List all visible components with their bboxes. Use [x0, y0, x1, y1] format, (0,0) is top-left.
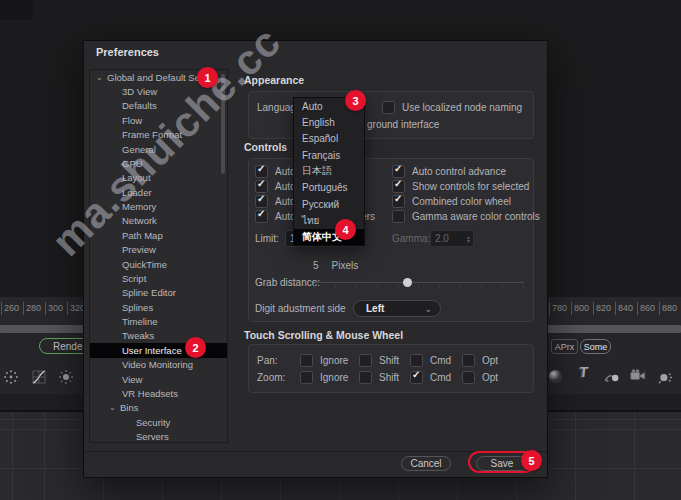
pan-ignore-checkbox[interactable] [300, 354, 313, 367]
option-label: Ignore [320, 372, 348, 383]
tracker-icon[interactable] [602, 368, 620, 386]
zoom-shift-checkbox[interactable] [359, 371, 372, 384]
option-label: Shift [379, 355, 399, 366]
combined-color-wheel-option: ✓Combined color wheel [392, 194, 540, 209]
localized-naming-checkbox[interactable] [382, 101, 395, 114]
top-left-panel-corner [0, 0, 33, 20]
sidebar-item-view[interactable]: View [90, 372, 227, 386]
option-label: Ignore [320, 355, 348, 366]
sidebar-item-label: Servers [136, 431, 169, 442]
sidebar-item-label: Security [136, 417, 170, 428]
sidebar-item-label: Preview [122, 244, 156, 255]
brightness-icon[interactable] [57, 368, 75, 386]
touch-scrolling-header: Touch Scrolling & Mouse Wheel [244, 329, 403, 341]
gamma-stepper[interactable]: 2.0 ▴▾ [430, 230, 474, 247]
sidebar-item-security[interactable]: Security [90, 415, 227, 429]
sidebar-item-bins[interactable]: ⌄Bins [90, 401, 227, 415]
auto-control-checkbox[interactable]: ✓ [255, 210, 268, 223]
grab-distance-unit: Pixels [332, 260, 359, 271]
sidebar-item-label: Flow [122, 115, 142, 126]
auto-control-checkbox[interactable]: ✓ [255, 165, 268, 178]
show-controls-selected-checkbox[interactable]: ✓ [392, 180, 405, 193]
zoom-opt-option: Opt [462, 371, 498, 384]
gamma-aware-checkbox[interactable] [392, 210, 405, 223]
auto-control-advance-checkbox[interactable]: ✓ [392, 165, 405, 178]
grain-icon[interactable] [2, 368, 20, 386]
slider-ticks [314, 285, 524, 289]
sidebar-item-tweaks[interactable]: Tweaks [90, 329, 227, 343]
language-option-portugues[interactable]: Português [294, 180, 364, 196]
sidebar-item-network[interactable]: Network [90, 214, 227, 228]
sidebar-item-quicktime[interactable]: QuickTime [90, 257, 227, 271]
zoom-cmd-option: ✓Cmd [410, 371, 451, 384]
chevron-down-icon[interactable]: ⌄ [109, 403, 120, 412]
sidebar-item-script[interactable]: Script [90, 271, 227, 285]
pan-ignore-option: Ignore [300, 354, 348, 367]
sidebar-item-loader[interactable]: Loader [90, 185, 227, 199]
pan-opt-checkbox[interactable] [462, 354, 475, 367]
combined-color-wheel-checkbox[interactable]: ✓ [392, 195, 405, 208]
language-option-japanese[interactable]: 日本語 [294, 163, 364, 179]
sidebar-item-video-monitoring[interactable]: Video Monitoring [90, 358, 227, 372]
language-option-russian[interactable]: Русский [294, 196, 364, 212]
sidebar-item-frame-format[interactable]: Frame Format [90, 128, 227, 142]
sidebar-item-defaults[interactable]: Defaults [90, 99, 227, 113]
sidebar-item-user-interface[interactable]: User Interface [90, 343, 227, 357]
sidebar-item-label: QuickTime [122, 259, 167, 270]
language-option-francais[interactable]: Français [294, 147, 364, 163]
cancel-button[interactable]: Cancel [401, 456, 451, 471]
preferences-sidebar: ⌄Global and Default Sett 3D View Default… [89, 69, 228, 443]
aprx-button[interactable]: APrx [551, 339, 578, 354]
annotation-badge-3: 3 [345, 90, 366, 111]
auto-control-checkbox[interactable]: ✓ [255, 195, 268, 208]
sidebar-item-label: User Interface [122, 345, 182, 356]
sidebar-item-timeline[interactable]: Timeline [90, 314, 227, 328]
language-option-english[interactable]: English [294, 114, 364, 130]
option-label: Combined color wheel [412, 196, 511, 207]
chevron-down-icon: ⌄ [424, 304, 440, 314]
option-label: Gamma aware color controls [412, 211, 540, 222]
grab-distance-slider-track[interactable] [314, 282, 524, 283]
sidebar-scrollbar[interactable] [221, 74, 225, 174]
sidebar-item-path-map[interactable]: Path Map [90, 228, 227, 242]
some-button[interactable]: Some [580, 339, 611, 354]
pan-shift-checkbox[interactable] [359, 354, 372, 367]
sidebar-item-vr-headsets[interactable]: VR Headsets [90, 386, 227, 400]
camera-3d-icon[interactable] [629, 366, 647, 384]
grab-distance-slider-thumb[interactable] [403, 278, 412, 287]
sidebar-item-gpu[interactable]: GPU [90, 156, 227, 170]
digit-adjustment-select[interactable]: Left ⌄ [353, 300, 441, 317]
zoom-ignore-checkbox[interactable] [300, 371, 313, 384]
sidebar-item-splines[interactable]: Splines [90, 300, 227, 314]
sphere-icon[interactable] [546, 367, 564, 385]
pan-label: Pan: [257, 355, 278, 366]
sidebar-item-flow[interactable]: Flow [90, 113, 227, 127]
stepper-arrows-icon[interactable]: ▴▾ [467, 235, 473, 243]
sidebar-item-servers[interactable]: Servers [90, 429, 227, 443]
sidebar-item-general[interactable]: General [90, 142, 227, 156]
grab-distance-value: 5 Pixels [313, 260, 358, 271]
ruler-tick: 300 [45, 302, 67, 315]
language-option-espanol[interactable]: Español [294, 131, 364, 147]
zoom-cmd-checkbox[interactable]: ✓ [410, 371, 423, 384]
dialog-title: Preferences [96, 46, 159, 58]
option-label: Show controls for selected [412, 181, 529, 192]
sidebar-item-spline-editor[interactable]: Spline Editor [90, 286, 227, 300]
digit-adjustment-label: Digit adustment side [255, 303, 346, 314]
ruler-tick: 280 [23, 302, 45, 315]
curves-icon[interactable] [30, 368, 48, 386]
ruler-tick: 800 [571, 302, 593, 315]
chevron-down-icon[interactable]: ⌄ [96, 73, 107, 82]
sidebar-item-memory[interactable]: Memory [90, 199, 227, 213]
auto-control-checkbox[interactable]: ✓ [255, 180, 268, 193]
limit-label: Limit: [255, 233, 279, 244]
pan-shift-option: Shift [359, 354, 399, 367]
text-3d-icon[interactable]: TT [575, 365, 593, 383]
zoom-opt-checkbox[interactable] [462, 371, 475, 384]
light-icon[interactable] [656, 368, 674, 386]
ruler-tick: 840 [615, 302, 637, 315]
sidebar-item-preview[interactable]: Preview [90, 243, 227, 257]
sidebar-item-label: GPU [122, 158, 143, 169]
pan-cmd-checkbox[interactable] [410, 354, 423, 367]
sidebar-item-layout[interactable]: Layout [90, 171, 227, 185]
